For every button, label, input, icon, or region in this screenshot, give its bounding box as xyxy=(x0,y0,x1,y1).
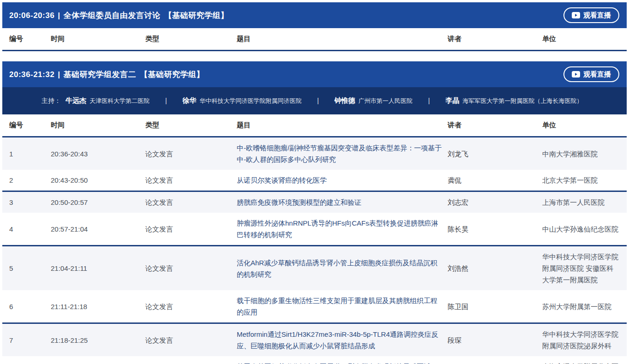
session-title: 20:06-20:36|全体学组委员自由发言讨论【基础研究学组】 xyxy=(9,10,228,21)
column-header: 单位 xyxy=(542,35,622,43)
cell-type: 论文发言 xyxy=(145,263,237,274)
host-name: 钟惟德 xyxy=(335,96,355,104)
host-entry: 李晶海军军医大学第一附属医院（上海长海医院） xyxy=(445,97,582,104)
cell-number: 5 xyxy=(9,263,51,274)
column-header: 时间 xyxy=(51,35,145,43)
column-header: 编号 xyxy=(9,121,51,130)
cell-time: 21:04-21:11 xyxy=(51,263,145,274)
table-row: 1 20:36-20:43 论文发言 中-欧嗜铬细胞瘤/副神经节瘤基因突变谱及临… xyxy=(2,137,627,170)
column-header: 讲者 xyxy=(448,35,542,43)
video-play-icon xyxy=(572,12,580,18)
cell-type: 论文发言 xyxy=(145,174,237,186)
session-list: 20:06-20:36|全体学组委员自由发言讨论【基础研究学组】 观看直播 编号… xyxy=(2,2,627,364)
table-row: 4 20:57-21:04 论文发言 肿瘤源性外泌体hnRNPL诱导的HFs向C… xyxy=(2,213,627,246)
title-separator: | xyxy=(58,70,60,79)
host-name: 徐华 xyxy=(182,96,196,104)
table-header-row: 编号时间类型题目讲者单位 xyxy=(2,28,627,51)
session-time: 20:36-21:32 xyxy=(9,70,54,79)
cell-time: 20:50-20:57 xyxy=(51,197,145,208)
cell-affiliation: 苏州大学附属第一医院 xyxy=(542,301,622,312)
cell-number: 7 xyxy=(9,334,51,346)
cell-time: 20:36-20:43 xyxy=(51,148,145,160)
cell-number: 4 xyxy=(9,223,51,235)
session-group-tag: 【基础研究学组】 xyxy=(164,11,228,20)
column-header: 单位 xyxy=(542,121,622,130)
hosts-label: 主持： xyxy=(42,97,61,105)
cell-affiliation: 上海交通大学附属儿童医院 xyxy=(542,361,622,364)
column-header: 类型 xyxy=(145,121,237,130)
cell-number: 1 xyxy=(9,148,51,160)
cell-type: 论文发言 xyxy=(145,334,237,346)
cell-speaker: 龚侃 xyxy=(448,174,542,186)
session-time: 20:06-20:36 xyxy=(9,11,54,20)
host-affiliation: 天津医科大学第二医院 xyxy=(90,97,150,104)
table-row: 8 21:25-21:32 论文发言 基于全基因组关联分析在中国尿道下裂人群中发… xyxy=(2,356,627,364)
cell-affiliation: 中南大学湘雅医院 xyxy=(542,148,622,160)
cell-time: 21:11-21:18 xyxy=(51,301,145,312)
session-header-bar: 20:06-20:36|全体学组委员自由发言讨论【基础研究学组】 观看直播 xyxy=(2,2,627,28)
cell-number: 3 xyxy=(9,197,51,208)
cell-number: 6 xyxy=(9,301,51,312)
video-play-icon xyxy=(572,71,580,78)
cell-time: 20:57-21:04 xyxy=(51,223,145,235)
hosts-bar: 主持： 牛远杰天津医科大学第二医院 | 徐华华中科技大学同济医学院附属同济医院 … xyxy=(2,87,627,114)
host-entry: 牛远杰天津医科大学第二医院 xyxy=(66,97,150,104)
cell-title: 基于全基因组关联分析在中国尿道下裂人群中发现新的易感区域12q13.13 xyxy=(237,361,448,364)
conference-schedule-page: 20:06-20:36|全体学组委员自由发言讨论【基础研究学组】 观看直播 编号… xyxy=(0,0,629,364)
session-card: 20:06-20:36|全体学组委员自由发言讨论【基础研究学组】 观看直播 编号… xyxy=(2,2,627,51)
cell-number: 2 xyxy=(9,174,51,186)
cell-speaker: 陈卫国 xyxy=(448,301,542,312)
cell-speaker: 刘龙飞 xyxy=(448,148,542,160)
title-separator: | xyxy=(58,11,60,20)
table-row: 2 20:43-20:50 论文发言 从诺贝尔奖谈肾癌的转化医学 龚侃 北京大学… xyxy=(2,170,627,192)
session-group-tag: 【基础研究学组】 xyxy=(140,70,204,79)
cell-type: 论文发言 xyxy=(145,223,237,235)
cell-affiliation: 上海市第一人民医院 xyxy=(542,197,622,208)
host-affiliation: 海军军医大学第一附属医院（上海长海医院） xyxy=(462,97,582,104)
cell-affiliation: 华中科技大学同济医学院附属同济医院泌尿外科 xyxy=(542,328,622,352)
table-row: 7 21:18-21:25 论文发言 Metformin通过Sirt1/H3K2… xyxy=(2,324,627,356)
cell-speaker: 刘志宏 xyxy=(448,197,542,208)
host-affiliation: 广州市第一人民医院 xyxy=(359,97,413,104)
cell-affiliation: 中山大学孙逸仙纪念医院 xyxy=(542,223,622,235)
hosts-list: 牛远杰天津医科大学第二医院 | 徐华华中科技大学同济医学院附属同济医院 | 钟惟… xyxy=(66,96,582,105)
column-header: 类型 xyxy=(145,35,237,43)
column-header: 题目 xyxy=(237,121,448,130)
cell-type: 论文发言 xyxy=(145,197,237,208)
session-name: 基础研究学组发言二 xyxy=(63,70,136,79)
table-row: 6 21:11-21:18 论文发言 载干细胞的多重生物活性三维支架用于重建肌层… xyxy=(2,290,627,324)
session-header-bar: 20:36-21:32|基础研究学组发言二【基础研究学组】 观看直播 xyxy=(2,61,627,87)
table-row: 5 21:04-21:11 论文发言 活化AhR减少草酸钙结晶诱导肾小管上皮细胞… xyxy=(2,246,627,290)
host-entry: 钟惟德广州市第一人民医院 xyxy=(335,97,413,104)
cell-speaker: 刘浩然 xyxy=(448,263,542,274)
session-card: 20:36-21:32|基础研究学组发言二【基础研究学组】 观看直播 主持： 牛… xyxy=(2,61,627,364)
host-name: 牛远杰 xyxy=(66,96,86,104)
host-separator: | xyxy=(317,97,319,104)
table-row: 3 20:50-20:57 论文发言 膀胱癌免疫微环境预测模型的建立和验证 刘志… xyxy=(2,192,627,213)
column-header: 时间 xyxy=(51,121,145,130)
cell-title: Metformin通过Sirt1/H3K27me3-miR-34b-5p-TLR… xyxy=(237,328,448,352)
cell-title: 中-欧嗜铬细胞瘤/副神经节瘤基因突变谱及临床表型差异：一项基于中-欧人群的国际多… xyxy=(237,142,448,165)
watch-live-button[interactable]: 观看直播 xyxy=(563,66,619,82)
session-name: 全体学组委员自由发言讨论 xyxy=(63,11,160,20)
host-affiliation: 华中科技大学同济医学院附属同济医院 xyxy=(199,97,301,104)
host-separator: | xyxy=(428,97,430,104)
column-header: 讲者 xyxy=(448,121,542,130)
host-separator: | xyxy=(165,97,167,104)
cell-affiliation: 北京大学第一医院 xyxy=(542,174,622,186)
watch-live-label: 观看直播 xyxy=(583,70,611,79)
cell-title: 肿瘤源性外泌体hnRNPL诱导的HFs向CAFs表型转换促进膀胱癌淋巴转移的机制… xyxy=(237,217,448,240)
table-body: 1 20:36-20:43 论文发言 中-欧嗜铬细胞瘤/副神经节瘤基因突变谱及临… xyxy=(2,137,627,364)
cell-title: 载干细胞的多重生物活性三维支架用于重建肌层及其膀胱组织工程的应用 xyxy=(237,295,448,318)
host-name: 李晶 xyxy=(445,96,459,104)
cell-title: 从诺贝尔奖谈肾癌的转化医学 xyxy=(237,174,448,186)
cell-title: 活化AhR减少草酸钙结晶诱导肾小管上皮细胞炎症损伤及结晶沉积的机制研究 xyxy=(237,257,448,280)
column-header: 编号 xyxy=(9,35,51,43)
cell-title: 膀胱癌免疫微环境预测模型的建立和验证 xyxy=(237,197,448,208)
cell-speaker: 陈长昊 xyxy=(448,223,542,235)
cell-time: 21:18-21:25 xyxy=(51,334,145,346)
watch-live-button[interactable]: 观看直播 xyxy=(563,7,619,23)
session-title: 20:36-21:32|基础研究学组发言二【基础研究学组】 xyxy=(9,69,204,80)
host-entry: 徐华华中科技大学同济医学院附属同济医院 xyxy=(182,97,301,104)
table-header-row: 编号时间类型题目讲者单位 xyxy=(2,114,627,137)
